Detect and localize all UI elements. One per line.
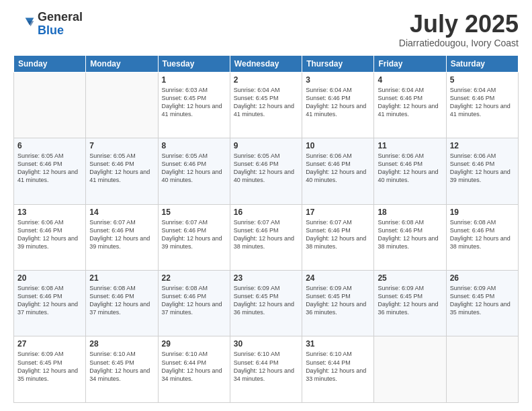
logo-text: General Blue [38, 11, 83, 38]
day-info: Sunrise: 6:07 AM Sunset: 6:46 PM Dayligh… [306, 218, 370, 251]
calendar-cell: 31Sunrise: 6:10 AM Sunset: 6:44 PM Dayli… [302, 336, 374, 403]
day-info: Sunrise: 6:09 AM Sunset: 6:45 PM Dayligh… [450, 284, 515, 317]
calendar-body: 1Sunrise: 6:03 AM Sunset: 6:45 PM Daylig… [14, 72, 519, 402]
day-number: 21 [89, 273, 154, 283]
day-number: 11 [378, 141, 442, 150]
calendar-cell: 17Sunrise: 6:07 AM Sunset: 6:46 PM Dayli… [302, 204, 374, 270]
calendar-cell: 24Sunrise: 6:09 AM Sunset: 6:45 PM Dayli… [302, 271, 374, 336]
day-info: Sunrise: 6:10 AM Sunset: 6:45 PM Dayligh… [89, 350, 154, 383]
day-number: 31 [306, 339, 370, 349]
day-info: Sunrise: 6:04 AM Sunset: 6:45 PM Dayligh… [234, 86, 298, 119]
calendar-cell: 1Sunrise: 6:03 AM Sunset: 6:45 PM Daylig… [158, 72, 230, 138]
weekday-header-friday: Friday [374, 55, 446, 72]
calendar-cell: 5Sunrise: 6:04 AM Sunset: 6:46 PM Daylig… [446, 72, 518, 138]
calendar-week-2: 13Sunrise: 6:06 AM Sunset: 6:46 PM Dayli… [14, 204, 519, 270]
calendar-cell: 20Sunrise: 6:08 AM Sunset: 6:46 PM Dayli… [14, 271, 86, 336]
day-number: 7 [89, 141, 154, 150]
calendar-cell: 10Sunrise: 6:06 AM Sunset: 6:46 PM Dayli… [302, 138, 374, 204]
day-number: 13 [17, 208, 82, 217]
calendar-cell: 3Sunrise: 6:04 AM Sunset: 6:46 PM Daylig… [302, 72, 374, 138]
day-info: Sunrise: 6:09 AM Sunset: 6:45 PM Dayligh… [378, 284, 442, 317]
day-info: Sunrise: 6:07 AM Sunset: 6:46 PM Dayligh… [162, 218, 226, 251]
calendar-table: SundayMondayTuesdayWednesdayThursdayFrid… [13, 55, 519, 403]
weekday-header-sunday: Sunday [14, 55, 86, 72]
day-info: Sunrise: 6:07 AM Sunset: 6:46 PM Dayligh… [234, 218, 298, 251]
calendar-cell: 29Sunrise: 6:10 AM Sunset: 6:44 PM Dayli… [158, 336, 230, 403]
day-info: Sunrise: 6:06 AM Sunset: 6:46 PM Dayligh… [306, 152, 370, 185]
calendar-cell: 25Sunrise: 6:09 AM Sunset: 6:45 PM Dayli… [374, 271, 446, 336]
calendar-cell: 30Sunrise: 6:10 AM Sunset: 6:44 PM Dayli… [230, 336, 302, 403]
day-info: Sunrise: 6:05 AM Sunset: 6:46 PM Dayligh… [17, 152, 82, 185]
svg-marker-1 [28, 21, 34, 26]
day-number: 15 [162, 208, 226, 217]
day-number: 2 [234, 75, 298, 85]
calendar-cell: 18Sunrise: 6:08 AM Sunset: 6:46 PM Dayli… [374, 204, 446, 270]
day-info: Sunrise: 6:08 AM Sunset: 6:46 PM Dayligh… [89, 284, 154, 317]
calendar-week-0: 1Sunrise: 6:03 AM Sunset: 6:45 PM Daylig… [14, 72, 519, 138]
day-info: Sunrise: 6:10 AM Sunset: 6:44 PM Dayligh… [162, 350, 226, 383]
day-info: Sunrise: 6:05 AM Sunset: 6:46 PM Dayligh… [89, 152, 154, 185]
day-info: Sunrise: 6:06 AM Sunset: 6:46 PM Dayligh… [450, 152, 515, 185]
calendar-cell: 2Sunrise: 6:04 AM Sunset: 6:45 PM Daylig… [230, 72, 302, 138]
weekday-header-saturday: Saturday [446, 55, 518, 72]
calendar-cell: 28Sunrise: 6:10 AM Sunset: 6:45 PM Dayli… [86, 336, 158, 403]
day-number: 29 [162, 339, 226, 349]
calendar-cell: 22Sunrise: 6:08 AM Sunset: 6:46 PM Dayli… [158, 271, 230, 336]
day-number: 4 [378, 75, 442, 85]
calendar-header: SundayMondayTuesdayWednesdayThursdayFrid… [14, 55, 519, 72]
day-info: Sunrise: 6:09 AM Sunset: 6:45 PM Dayligh… [234, 284, 298, 317]
calendar-cell: 23Sunrise: 6:09 AM Sunset: 6:45 PM Dayli… [230, 271, 302, 336]
calendar-cell: 13Sunrise: 6:06 AM Sunset: 6:46 PM Dayli… [14, 204, 86, 270]
calendar-cell [14, 72, 86, 138]
day-info: Sunrise: 6:10 AM Sunset: 6:44 PM Dayligh… [234, 350, 298, 383]
day-number: 22 [162, 273, 226, 283]
month-title: July 2025 [399, 11, 519, 38]
calendar-cell: 26Sunrise: 6:09 AM Sunset: 6:45 PM Dayli… [446, 271, 518, 336]
title-block: July 2025 Diarratiedougou, Ivory Coast [399, 11, 519, 48]
header: General Blue July 2025 Diarratiedougou, … [13, 11, 519, 48]
day-number: 16 [234, 208, 298, 217]
day-number: 14 [89, 208, 154, 217]
day-number: 17 [306, 208, 370, 217]
page: General Blue July 2025 Diarratiedougou, … [0, 0, 532, 411]
day-info: Sunrise: 6:07 AM Sunset: 6:46 PM Dayligh… [89, 218, 154, 251]
day-number: 5 [450, 75, 515, 85]
day-number: 12 [450, 141, 515, 150]
day-number: 24 [306, 273, 370, 283]
day-info: Sunrise: 6:04 AM Sunset: 6:46 PM Dayligh… [378, 86, 442, 119]
calendar-cell: 11Sunrise: 6:06 AM Sunset: 6:46 PM Dayli… [374, 138, 446, 204]
logo-blue: Blue [38, 24, 64, 37]
day-info: Sunrise: 6:08 AM Sunset: 6:46 PM Dayligh… [450, 218, 515, 251]
day-number: 20 [17, 273, 82, 283]
day-info: Sunrise: 6:09 AM Sunset: 6:45 PM Dayligh… [306, 284, 370, 317]
day-info: Sunrise: 6:08 AM Sunset: 6:46 PM Dayligh… [17, 284, 82, 317]
day-number: 1 [162, 75, 226, 85]
calendar-cell: 14Sunrise: 6:07 AM Sunset: 6:46 PM Dayli… [86, 204, 158, 270]
day-number: 23 [234, 273, 298, 283]
weekday-header-tuesday: Tuesday [158, 55, 230, 72]
calendar-cell: 15Sunrise: 6:07 AM Sunset: 6:46 PM Dayli… [158, 204, 230, 270]
day-info: Sunrise: 6:09 AM Sunset: 6:45 PM Dayligh… [17, 350, 82, 383]
day-number: 25 [378, 273, 442, 283]
calendar-week-3: 20Sunrise: 6:08 AM Sunset: 6:46 PM Dayli… [14, 271, 519, 336]
day-info: Sunrise: 6:04 AM Sunset: 6:46 PM Dayligh… [306, 86, 370, 119]
day-number: 26 [450, 273, 515, 283]
weekday-row: SundayMondayTuesdayWednesdayThursdayFrid… [14, 55, 519, 72]
day-number: 6 [17, 141, 82, 150]
day-number: 28 [89, 339, 154, 349]
logo-general: General [38, 10, 83, 24]
day-info: Sunrise: 6:04 AM Sunset: 6:46 PM Dayligh… [450, 86, 515, 119]
calendar-cell: 7Sunrise: 6:05 AM Sunset: 6:46 PM Daylig… [86, 138, 158, 204]
weekday-header-wednesday: Wednesday [230, 55, 302, 72]
calendar-cell [446, 336, 518, 403]
day-number: 27 [17, 339, 82, 349]
day-number: 10 [306, 141, 370, 150]
logo-icon [13, 13, 35, 35]
calendar-cell: 4Sunrise: 6:04 AM Sunset: 6:46 PM Daylig… [374, 72, 446, 138]
day-number: 3 [306, 75, 370, 85]
calendar-week-1: 6Sunrise: 6:05 AM Sunset: 6:46 PM Daylig… [14, 138, 519, 204]
calendar-cell: 21Sunrise: 6:08 AM Sunset: 6:46 PM Dayli… [86, 271, 158, 336]
calendar-cell: 27Sunrise: 6:09 AM Sunset: 6:45 PM Dayli… [14, 336, 86, 403]
day-info: Sunrise: 6:08 AM Sunset: 6:46 PM Dayligh… [162, 284, 226, 317]
logo: General Blue [13, 11, 83, 38]
